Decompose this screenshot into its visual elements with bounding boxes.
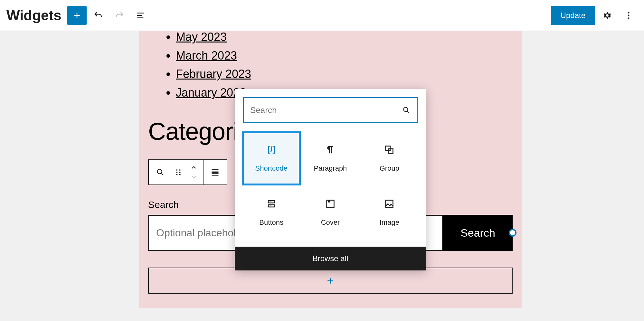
svg-rect-19 xyxy=(327,200,334,208)
editor-topbar: Widgets Update xyxy=(0,0,644,31)
align-button[interactable] xyxy=(206,160,224,184)
align-icon xyxy=(211,168,220,177)
gear-icon xyxy=(602,11,612,20)
block-item-label: Image xyxy=(380,218,399,227)
svg-rect-20 xyxy=(328,200,330,203)
group-icon xyxy=(384,144,395,157)
archive-item: March 2023 xyxy=(176,46,513,65)
svg-point-11 xyxy=(403,107,408,111)
paragraph-icon xyxy=(325,144,336,157)
move-up-button[interactable] xyxy=(185,163,203,172)
inserter-block-buttons[interactable]: Buttons xyxy=(242,185,301,240)
block-appender[interactable] xyxy=(148,268,513,294)
search-icon xyxy=(156,168,165,177)
block-item-label: Shortcode xyxy=(255,164,288,173)
archive-item: May 2023 xyxy=(176,31,513,46)
archive-link[interactable]: March 2023 xyxy=(176,49,237,62)
svg-point-6 xyxy=(176,172,177,173)
topbar-right-tools: Update xyxy=(551,6,638,25)
editor-workspace: May 2023 March 2023 February 2023 Januar… xyxy=(0,31,644,321)
svg-rect-21 xyxy=(386,200,393,208)
search-icon xyxy=(402,106,411,114)
block-toolbar xyxy=(148,159,227,185)
inserter-block-shortcode[interactable]: [/]Shortcode xyxy=(242,131,301,185)
inserter-block-grid: [/]ShortcodeParagraphGroupButtonsCoverIm… xyxy=(235,131,426,247)
move-down-button[interactable] xyxy=(185,172,203,182)
more-vertical-icon xyxy=(624,11,633,20)
plus-icon xyxy=(72,11,82,20)
archive-link[interactable]: February 2023 xyxy=(176,67,251,80)
svg-rect-18 xyxy=(270,206,271,206)
block-inserter-toggle[interactable] xyxy=(67,6,87,25)
svg-point-4 xyxy=(176,169,177,171)
inserter-search-input[interactable] xyxy=(250,105,402,115)
resize-handle[interactable] xyxy=(509,229,516,237)
list-view-icon xyxy=(136,11,146,20)
block-item-label: Paragraph xyxy=(314,164,347,173)
browse-all-button[interactable]: Browse all xyxy=(235,247,426,270)
cover-icon xyxy=(325,198,336,211)
update-button[interactable]: Update xyxy=(551,6,595,25)
svg-point-0 xyxy=(628,12,630,13)
svg-point-3 xyxy=(157,169,162,174)
buttons-icon xyxy=(266,198,277,211)
inserter-block-image[interactable]: Image xyxy=(360,185,419,240)
redo-icon xyxy=(115,11,124,20)
block-inserter-popover: [/]ShortcodeParagraphGroupButtonsCoverIm… xyxy=(235,89,426,270)
options-button[interactable] xyxy=(620,6,638,24)
block-type-button[interactable] xyxy=(151,160,169,184)
svg-point-9 xyxy=(179,174,181,175)
inserter-block-cover[interactable]: Cover xyxy=(301,185,360,240)
plus-icon xyxy=(326,276,335,286)
undo-button[interactable] xyxy=(89,6,108,25)
archive-item: February 2023 xyxy=(176,65,513,83)
image-icon xyxy=(384,198,395,211)
svg-point-2 xyxy=(628,17,630,19)
svg-text:[/]: [/] xyxy=(268,145,275,154)
inserter-search-wrapper xyxy=(243,97,418,123)
svg-point-5 xyxy=(179,169,181,171)
settings-button[interactable] xyxy=(598,6,616,24)
toolbar-group-align xyxy=(204,160,227,184)
redo-button[interactable] xyxy=(110,6,129,25)
toolbar-group-block xyxy=(149,160,204,184)
undo-icon xyxy=(93,11,103,20)
list-view-button[interactable] xyxy=(131,6,150,25)
block-item-label: Cover xyxy=(321,218,340,227)
svg-rect-10 xyxy=(212,172,219,174)
block-item-label: Group xyxy=(380,164,399,173)
drag-icon xyxy=(174,168,183,177)
shortcode-icon: [/] xyxy=(266,144,277,157)
archive-link[interactable]: May 2023 xyxy=(176,31,227,43)
svg-rect-17 xyxy=(270,202,271,202)
page-title: Widgets xyxy=(6,7,62,24)
svg-point-1 xyxy=(628,14,630,16)
chevron-down-icon xyxy=(190,174,197,181)
block-item-label: Buttons xyxy=(259,218,283,227)
chevron-up-icon xyxy=(190,164,197,171)
svg-point-8 xyxy=(176,174,177,175)
svg-point-7 xyxy=(179,172,181,173)
block-mover xyxy=(187,160,200,184)
inserter-block-group[interactable]: Group xyxy=(360,131,419,185)
topbar-left-tools xyxy=(67,6,150,25)
inserter-block-paragraph[interactable]: Paragraph xyxy=(301,131,360,185)
search-submit-button[interactable]: Search xyxy=(443,215,513,251)
